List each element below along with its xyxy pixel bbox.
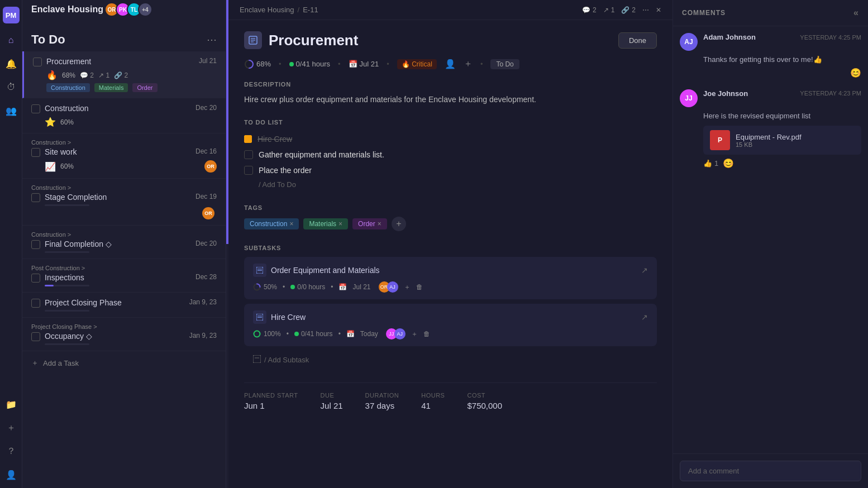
tag-remove-materials[interactable]: × (338, 220, 342, 228)
task-name-final-completion: Final Completion ◇ (45, 240, 191, 248)
hours-dot (289, 62, 294, 66)
add-subtask-row[interactable]: / Add Subtask (244, 351, 657, 369)
task-checkbox-site-work[interactable] (31, 148, 40, 157)
task-date-stage-completion: Dec 19 (195, 193, 217, 200)
collapse-comments-button[interactable]: « (853, 8, 859, 18)
comment-0-emoji-btn[interactable]: 😊 (850, 68, 861, 78)
task-item-inspections[interactable]: Post Construction > Inspections Dec 28 (22, 259, 226, 293)
nav-home-icon[interactable]: ⌂ (4, 34, 18, 47)
task-checkbox-stage-completion[interactable] (31, 193, 40, 202)
task-status-row: 68% • 0/41 hours • 📅 Jul 21 • 🔥 Critical… (244, 58, 657, 70)
comment-1-name: Joe Johnson (703, 89, 748, 98)
tag-order[interactable]: Order (132, 83, 157, 92)
inspections-progress-bar (45, 285, 89, 286)
tag-materials[interactable]: Materials (94, 83, 128, 92)
task-list-header: To Do ⋯ (22, 23, 226, 51)
status-chip-todo[interactable]: To Do (490, 59, 519, 69)
section-menu-icon[interactable]: ⋯ (207, 34, 217, 46)
file-attachment[interactable]: P Equipment - Rev.pdf 15 KB (703, 126, 861, 155)
subtask-1-ext-icon[interactable]: ↗ (641, 313, 648, 322)
subtask-1-hours-dot (294, 332, 299, 336)
bc-more-icon[interactable]: ⋯ (642, 6, 649, 14)
stage-completion-progress-bar (45, 204, 89, 206)
todo-item-1[interactable]: Gather equipment and materials list. (244, 147, 657, 162)
subtask-0-ext-icon[interactable]: ↗ (641, 266, 648, 275)
task-checkbox-project-closing[interactable] (31, 299, 40, 308)
construction-star-icon: ⭐ (45, 117, 56, 127)
reaction-0[interactable]: 👍 1 (703, 159, 718, 168)
hours-value: 41 (421, 401, 445, 410)
breadcrumb-project[interactable]: Enclave Housing (240, 6, 294, 14)
nav-folder-icon[interactable]: 📁 (4, 398, 18, 411)
priority-badge[interactable]: 🔥 Critical (397, 59, 437, 69)
task-detail-icon (244, 31, 262, 49)
task-checkbox-final-completion[interactable] (31, 240, 40, 249)
nav-bell-icon[interactable]: 🔔 (4, 57, 18, 70)
todo-cb-2[interactable] (244, 166, 253, 175)
task-checkbox-construction[interactable] (31, 104, 40, 113)
tag-pill-construction[interactable]: Construction × (244, 218, 299, 229)
subtask-1-add-icon[interactable]: ＋ (411, 329, 418, 339)
todo-cb-0[interactable] (244, 135, 252, 143)
tag-add-button[interactable]: + (392, 217, 406, 231)
stage-avatar: OR (202, 207, 214, 219)
comment-1-emoji-btn[interactable]: 😊 (723, 158, 734, 169)
nav-add-icon[interactable]: ＋ (4, 421, 18, 434)
add-assignee-icon[interactable]: ＋ (464, 58, 473, 70)
final-completion-parent: Construction > (31, 231, 217, 238)
task-item-occupancy[interactable]: Project Closing Phase > Occupancy ◇ Jan … (22, 318, 226, 351)
tag-remove-order[interactable]: × (378, 220, 381, 228)
tag-pill-materials[interactable]: Materials × (303, 218, 348, 229)
tag-pill-order[interactable]: Order × (352, 218, 387, 229)
add-task-row[interactable]: ＋ Add a Task (22, 351, 226, 375)
bc-close-icon[interactable]: ✕ (656, 6, 661, 14)
reaction-0-icon: 👍 (703, 159, 712, 168)
construction-progress: 60% (60, 118, 74, 126)
task-item-site-work[interactable]: Construction > Site work Dec 16 📈 60% OR (22, 133, 226, 179)
todo-item-0[interactable]: Hire Crew (244, 131, 657, 147)
tags-label: TAGS (244, 204, 657, 211)
task-name-project-closing: Project Closing Phase (45, 298, 185, 307)
app-logo[interactable]: PM (3, 7, 20, 23)
nav-clock-icon[interactable]: ⏱ (4, 80, 18, 94)
comment-input[interactable] (680, 461, 861, 481)
occupancy-progress-bar (45, 343, 89, 345)
task-detail-title-row: Procurement Done (244, 31, 657, 49)
todo-cb-1[interactable] (244, 150, 253, 159)
task-item-procurement[interactable]: Procurement Jul 21 🔥 68% 💬 2 ↗ 1 🔗 2 Con… (22, 51, 226, 98)
sitework-progress-icon: 📈 (45, 161, 56, 172)
subtask-0-progress-circle (253, 283, 261, 291)
task-checkbox-procurement[interactable] (33, 58, 42, 66)
subtask-0-av2: AJ (387, 281, 398, 293)
comments-header: COMMENTS « (673, 0, 868, 26)
task-name-construction: Construction (45, 104, 191, 113)
task-date-construction: Dec 20 (195, 104, 217, 112)
occupancy-parent: Project Closing Phase > (31, 323, 217, 330)
assignee-icon[interactable]: 👤 (445, 59, 456, 69)
tag-remove-construction[interactable]: × (289, 220, 293, 228)
tag-construction[interactable]: Construction (46, 83, 90, 92)
nav-users-icon[interactable]: 👥 (4, 104, 18, 117)
nav-help-icon[interactable]: ？ (4, 444, 18, 458)
add-todo-row[interactable]: / Add To Do (244, 178, 657, 191)
todo-list: Hire Crew Gather equipment and materials… (244, 131, 657, 191)
task-item-project-closing[interactable]: Project Closing Phase Jan 9, 23 (22, 293, 226, 318)
comment-0-time: YESTERDAY 4:25 PM (800, 34, 861, 41)
done-button[interactable]: Done (618, 32, 657, 49)
file-name: Equipment - Rev.pdf (736, 133, 802, 141)
subtask-0-add-icon[interactable]: ＋ (404, 283, 411, 292)
todo-item-2[interactable]: Place the order (244, 162, 657, 178)
subtask-1-delete-icon[interactable]: 🗑 (423, 330, 430, 338)
task-detail-name: Procurement (269, 32, 358, 49)
subtask-0-delete-icon[interactable]: 🗑 (416, 283, 423, 291)
project-header: Enclave Housing OR PK TL +4 (22, 0, 226, 23)
task-checkbox-inspections[interactable] (31, 274, 40, 283)
file-size: 15 KB (736, 141, 802, 148)
subtask-1-progress-circle (253, 330, 261, 338)
task-item-stage-completion[interactable]: Construction > Stage Completion Dec 19 O… (22, 179, 226, 226)
task-item-construction[interactable]: Construction Dec 20 ⭐ 60% (22, 98, 226, 133)
task-due[interactable]: Jul 21 (360, 60, 379, 68)
nav-user-profile-icon[interactable]: 👤 (4, 468, 18, 481)
task-item-final-completion[interactable]: Construction > Final Completion ◇ Dec 20 (22, 226, 226, 259)
task-checkbox-occupancy[interactable] (31, 332, 40, 341)
